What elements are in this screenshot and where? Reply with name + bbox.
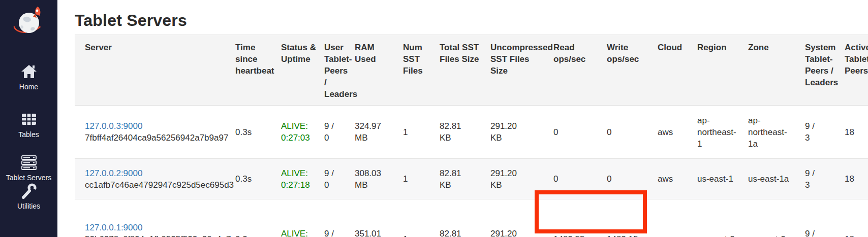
tables-icon <box>20 110 38 128</box>
user-peers-cell: 9 / 0 <box>321 106 352 159</box>
server-uuid: 7fbff4af26404ca9a56256942a7b9a97 <box>85 132 229 144</box>
col-header-uncompressed-sst: Uncompressed SST Files Size <box>487 35 550 106</box>
sidebar-item-label: Utilities <box>17 202 40 210</box>
page-title: Tablet Servers <box>75 11 868 30</box>
table-row: 127.0.0.3:9000 7fbff4af26404ca9a56256942… <box>75 106 868 159</box>
cloud-cell: aws <box>655 106 694 159</box>
table-row: 127.0.0.1:9000 52b6278c6f894a1fb0525f523… <box>75 199 868 237</box>
server-link[interactable]: 127.0.0.3:9000 <box>85 120 229 132</box>
read-ops-cell: 1482.55 <box>550 199 604 237</box>
server-cell: 127.0.0.1:9000 52b6278c6f894a1fb0525f523… <box>75 199 232 237</box>
zone-cell: ap-northeast-1a <box>745 106 802 159</box>
uptime-value: 0:27:18 <box>281 179 318 191</box>
table-row: 127.0.0.2:9000 cc1afb7c46ae4792947c925d5… <box>75 159 868 199</box>
heartbeat-cell: 0.3s <box>232 106 278 159</box>
total-sst-cell: 82.81 KB <box>437 159 487 199</box>
server-uuid: 52b6278c6f894a1fb0525f523e20a4e7 <box>85 233 229 237</box>
col-header-write-ops: Write ops/sec <box>604 35 655 106</box>
cloud-cell: aws <box>655 159 694 199</box>
yugabytedb-logo[interactable] <box>12 5 46 39</box>
ram-cell: 308.03 MB <box>352 159 400 199</box>
tablet-servers-icon <box>20 153 38 172</box>
status-label: ALIVE: <box>281 228 318 237</box>
ram-cell: 351.01 MB <box>352 199 400 237</box>
status-cell: ALIVE: 0:27:18 <box>278 159 321 199</box>
status-label: ALIVE: <box>281 167 318 179</box>
sidebar-item-label: Tablet Servers <box>6 174 51 182</box>
heartbeat-cell: 0.3s <box>232 159 278 199</box>
server-link[interactable]: 127.0.0.2:9000 <box>85 167 229 179</box>
num-sst-cell: 1 <box>400 106 437 159</box>
col-header-region: Region <box>694 35 745 106</box>
zone-cell: us-east-1a <box>745 159 802 199</box>
col-header-heartbeat: Time since heartbeat <box>232 35 278 106</box>
write-ops-cell: 0 <box>604 159 655 199</box>
sidebar-item-tables[interactable]: Tables <box>0 110 57 139</box>
heartbeat-cell: 0.3s <box>232 199 278 237</box>
uncompressed-sst-cell: 291.20 KB <box>487 199 550 237</box>
server-cell: 127.0.0.3:9000 7fbff4af26404ca9a56256942… <box>75 106 232 159</box>
region-cell: us-west-2 <box>694 199 745 237</box>
system-peers-cell: 9 / 3 <box>802 159 842 199</box>
sidebar-item-utilities[interactable]: Utilities <box>0 182 57 210</box>
col-header-num-sst: Num SST Files <box>400 35 437 106</box>
col-header-total-sst: Total SST Files Size <box>437 35 487 106</box>
uptime-value: 0:27:03 <box>281 132 318 144</box>
col-header-server: Server <box>75 35 232 106</box>
active-peers-cell: 18 <box>842 199 868 237</box>
zone-cell: us-west-2a <box>745 199 802 237</box>
tablet-servers-table: Server Time since heartbeat Status & Upt… <box>75 35 868 237</box>
sidebar-item-home[interactable]: Home <box>0 62 57 91</box>
uncompressed-sst-cell: 291.20 KB <box>487 106 550 159</box>
col-header-cloud: Cloud <box>655 35 694 106</box>
status-cell: ALIVE: 0:27:38 <box>278 199 321 237</box>
col-header-user-peers: User Tablet-Peers / Leaders <box>321 35 352 106</box>
server-cell: 127.0.0.2:9000 cc1afb7c46ae4792947c925d5… <box>75 159 232 199</box>
home-icon <box>20 62 38 81</box>
server-link[interactable]: 127.0.0.1:9000 <box>85 222 229 233</box>
server-uuid: cc1afb7c46ae4792947c925d5ec695d3 <box>85 179 229 191</box>
user-peers-cell: 9 / 9 <box>321 199 352 237</box>
active-peers-cell: 18 <box>842 159 868 199</box>
sidebar: Home Tables <box>0 0 57 237</box>
read-ops-cell: 0 <box>550 159 604 199</box>
col-header-active-peers: Active Tablet-Peers <box>842 35 868 106</box>
region-cell: ap-northeast-1 <box>694 106 745 159</box>
system-peers-cell: 9 / 3 <box>802 199 842 237</box>
cloud-cell: aws <box>655 199 694 237</box>
ram-cell: 324.97 MB <box>352 106 400 159</box>
region-cell: us-east-1 <box>694 159 745 199</box>
total-sst-cell: 82.81 KB <box>437 106 487 159</box>
main-content: Tablet Servers Server Time since heartbe… <box>57 0 868 237</box>
status-cell: ALIVE: 0:27:03 <box>278 106 321 159</box>
sidebar-item-label: Home <box>19 83 38 91</box>
col-header-system-peers: System Tablet-Peers / Leaders <box>802 35 842 106</box>
system-peers-cell: 9 / 3 <box>802 106 842 159</box>
num-sst-cell: 1 <box>400 199 437 237</box>
col-header-zone: Zone <box>745 35 802 106</box>
utilities-wrench-icon <box>20 182 38 200</box>
status-label: ALIVE: <box>281 120 318 132</box>
user-peers-cell: 9 / 0 <box>321 159 352 199</box>
col-header-status: Status & Uptime <box>278 35 321 106</box>
num-sst-cell: 1 <box>400 159 437 199</box>
total-sst-cell: 82.81 KB <box>437 199 487 237</box>
active-peers-cell: 18 <box>842 106 868 159</box>
table-header-row: Server Time since heartbeat Status & Upt… <box>75 35 868 106</box>
sidebar-item-label: Tables <box>18 131 39 139</box>
uncompressed-sst-cell: 291.20 KB <box>487 159 550 199</box>
col-header-ram: RAM Used <box>352 35 400 106</box>
planet-rocket-logo-icon <box>12 5 46 39</box>
sidebar-item-tablet-servers[interactable]: Tablet Servers <box>0 153 57 182</box>
write-ops-cell: 1482.15 <box>604 199 655 237</box>
write-ops-cell: 0 <box>604 106 655 159</box>
col-header-read-ops: Read ops/sec <box>550 35 604 106</box>
read-ops-cell: 0 <box>550 106 604 159</box>
